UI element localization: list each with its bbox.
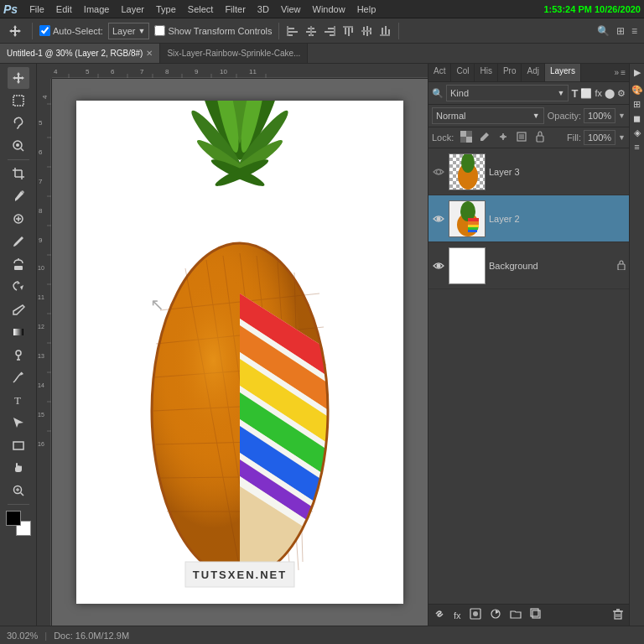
auto-select-checkbox[interactable] <box>39 25 50 36</box>
lock-all-icon[interactable] <box>534 131 546 145</box>
menu-type[interactable]: Type <box>151 3 181 16</box>
auto-select-check[interactable]: Auto-Select: <box>39 25 103 36</box>
menu-filter[interactable]: Filter <box>220 3 250 16</box>
lock-checkerboard-icon[interactable] <box>460 131 472 145</box>
panel-tab-pro[interactable]: Pro <box>498 64 522 81</box>
far-right-btn-1[interactable]: ▶ <box>634 67 641 78</box>
pen-icon <box>12 371 25 384</box>
menu-window[interactable]: Window <box>308 3 351 16</box>
opacity-value[interactable]: 100% <box>584 108 615 123</box>
menu-view[interactable]: View <box>276 3 306 16</box>
layer-item-background[interactable]: Background <box>428 242 629 289</box>
show-transform-check[interactable]: Show Transform Controls <box>154 25 272 36</box>
layers-icon-fx[interactable]: fx <box>595 88 602 98</box>
layers-icon-gradient[interactable]: ⬜ <box>580 88 592 99</box>
panel-tab-menu-btn[interactable]: ≡ <box>621 68 626 77</box>
panel-tab-layers[interactable]: Layers <box>545 64 581 81</box>
menu-layer[interactable]: Layer <box>116 3 149 16</box>
svg-text:15: 15 <box>38 412 44 418</box>
far-right-btn-4[interactable]: ◼ <box>633 113 641 124</box>
fill-value[interactable]: 100% <box>584 130 615 145</box>
layer-mask-btn[interactable] <box>468 606 483 624</box>
svg-text:4: 4 <box>54 68 58 75</box>
tab-untitled1[interactable]: Untitled-1 @ 30% (Layer 2, RGB/8#) ✕ <box>0 44 160 63</box>
layer-fx-btn[interactable]: fx <box>452 609 463 622</box>
layer-item-2[interactable]: Layer 2 <box>428 195 629 242</box>
lock-position-icon[interactable] <box>497 131 509 145</box>
panel-tab-col[interactable]: Col <box>451 64 475 81</box>
tab-untitled1-close[interactable]: ✕ <box>146 49 153 58</box>
background-eye[interactable] <box>432 259 445 273</box>
opacity-arrow[interactable]: ▼ <box>618 112 626 120</box>
brush-tool[interactable] <box>8 231 29 252</box>
align-top-btn[interactable] <box>341 24 355 38</box>
layer-2-eye[interactable] <box>432 212 445 226</box>
far-right-btn-6[interactable]: ≡ <box>634 142 639 152</box>
layer-link-btn[interactable] <box>432 606 447 624</box>
zoom-tool[interactable] <box>8 480 29 501</box>
dodge-tool[interactable] <box>8 344 29 366</box>
align-left-btn[interactable] <box>286 24 299 38</box>
marquee-tool[interactable] <box>8 90 29 112</box>
menu-select[interactable]: Select <box>183 3 219 16</box>
quick-select-tool[interactable] <box>8 135 29 157</box>
align-middle-btn[interactable] <box>360 24 373 38</box>
panel-tab-act[interactable]: Act <box>428 64 451 81</box>
lock-paint-icon[interactable] <box>479 131 491 145</box>
canvas-content[interactable]: ↖ TUTSXEN.NET <box>52 79 428 626</box>
fill-arrow[interactable]: ▼ <box>618 133 626 142</box>
heal-tool[interactable] <box>8 208 29 230</box>
panel-tab-his[interactable]: His <box>475 64 497 81</box>
show-transform-checkbox[interactable] <box>154 25 165 36</box>
far-right-btn-3[interactable]: ⊞ <box>633 99 641 110</box>
layers-icon-t[interactable]: T <box>571 87 578 100</box>
workspace-btn[interactable]: ⊞ <box>615 23 626 39</box>
layer-dropdown[interactable]: Layer ▼ <box>108 23 149 39</box>
search-toolbar-btn[interactable]: 🔍 <box>595 23 611 39</box>
layer-group-btn[interactable] <box>508 606 523 624</box>
lasso-tool[interactable] <box>8 112 29 134</box>
shape-tool[interactable] <box>8 434 29 456</box>
panel-tab-adj[interactable]: Adj <box>522 64 544 81</box>
svg-rect-20 <box>382 28 383 34</box>
crop-tool[interactable] <box>8 163 29 184</box>
history-brush-tool[interactable] <box>8 276 29 298</box>
eyedropper-tool[interactable] <box>8 185 29 207</box>
tab-rainbow[interactable]: Six-Layer-Rainbow-Sprinkle-Cake... <box>160 44 308 63</box>
panel-tab-expand-btn[interactable]: » <box>615 68 620 77</box>
pen-tool[interactable] <box>8 366 29 388</box>
blend-mode-dropdown[interactable]: Normal ▼ <box>432 107 544 124</box>
layers-kind-dropdown[interactable]: Kind ▼ <box>446 85 569 101</box>
far-right-btn-2[interactable]: 🎨 <box>631 85 643 96</box>
move-tool[interactable] <box>8 67 29 89</box>
menu-image[interactable]: Image <box>79 3 115 16</box>
menu-3d[interactable]: 3D <box>252 3 274 16</box>
foreground-color-swatch[interactable] <box>6 511 21 526</box>
layer-adj-btn[interactable] <box>488 606 503 624</box>
layer-item-3[interactable]: Layer 3 <box>428 148 629 195</box>
hand-tool[interactable] <box>8 457 29 479</box>
layer-3-eye[interactable] <box>432 165 445 179</box>
align-center-btn[interactable] <box>304 24 318 38</box>
svg-rect-141 <box>466 131 472 137</box>
lock-artboard-icon[interactable] <box>516 131 527 145</box>
layers-icon-mask[interactable]: ⬤ <box>605 88 615 99</box>
layer-delete-btn[interactable] <box>610 606 626 624</box>
gradient-tool[interactable] <box>8 321 29 343</box>
far-right-btn-5[interactable]: ◈ <box>634 127 641 138</box>
svg-rect-19 <box>361 30 371 32</box>
menu-file[interactable]: File <box>24 3 49 16</box>
toolbar-extra-btn[interactable]: ≡ <box>630 23 639 39</box>
layer-copy-btn[interactable] <box>528 606 543 624</box>
eraser-tool[interactable] <box>8 299 29 320</box>
path-select-tool[interactable] <box>8 412 29 434</box>
type-tool[interactable]: T <box>8 389 29 411</box>
align-bottom-btn[interactable] <box>378 24 392 38</box>
move-tool-btn[interactable] <box>5 23 25 39</box>
align-right-btn[interactable] <box>323 24 336 38</box>
layers-icon-adjustment[interactable]: ⚙ <box>617 88 626 99</box>
clone-stamp-tool[interactable] <box>8 253 29 275</box>
menu-help[interactable]: Help <box>352 3 382 16</box>
menu-edit[interactable]: Edit <box>51 3 77 16</box>
fg-bg-colors[interactable] <box>6 511 31 536</box>
